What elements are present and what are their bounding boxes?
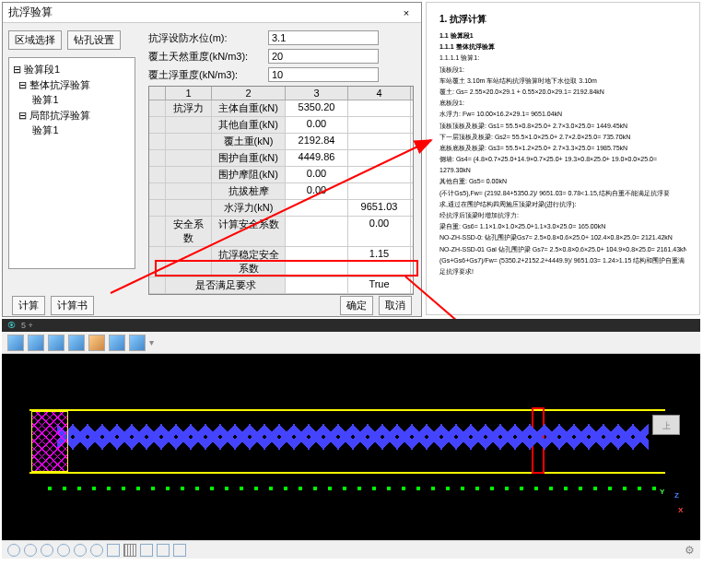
table-cell [166,167,212,182]
view-tool-icon[interactable] [28,335,44,351]
table-cell: 是否满足要求 [166,277,286,293]
axis-triad: X Y Z [662,485,689,512]
tree-node-local[interactable]: ⊟ 局部抗浮验算 [13,108,131,123]
cad-drawing-area[interactable]: 上 X Y Z [2,354,700,538]
grid-marker [63,487,66,490]
status-icon[interactable] [57,544,70,557]
tree-node-overall[interactable]: ⊟ 整体抗浮验算 [13,77,131,93]
view-tool-icon[interactable] [88,335,105,351]
doc-h3: 1.1.1 整体抗浮验算 [439,41,686,52]
table-cell: True [348,277,411,293]
view-tool-icon[interactable] [109,335,125,351]
structure-bay [632,391,649,483]
table-cell [348,183,411,199]
table-cell [149,277,166,293]
status-icon[interactable] [123,544,136,557]
tree-root[interactable]: ⊟ 验算段1 [13,62,131,77]
doc-line: 底板底板及板梁: Gs3= 55.5×1.2×25.0+ 2.7×3.3×25.… [439,143,686,153]
table-cell [149,150,166,166]
cad-tab-text[interactable]: 5 + [21,321,33,330]
table-cell: 抗拔桩摩 [212,183,286,199]
chevron-down-icon[interactable]: ▾ [149,337,154,347]
doc-line: 水浮力: Fw= 10.00×16.2×29.1= 9651.04kN [439,109,686,119]
table-row: 水浮力(kN)9651.03 [149,200,413,217]
drill-settings-button[interactable]: 钻孔设置 [67,30,121,50]
tree-leaf-overall-1[interactable]: 验算1 [13,92,131,108]
grid-marker [122,487,125,490]
table-cell [149,167,166,182]
status-icon[interactable] [41,544,53,557]
grid-marker [490,487,494,490]
natural-weight-input[interactable] [268,49,379,64]
doc-line: 底板段1: [439,98,686,108]
calc-report-panel: 1. 抗浮计算 1.1 验算段1 1.1.1 整体抗浮验算 1.1.1.1 验算… [426,2,700,315]
buoyant-weight-input[interactable] [268,67,379,82]
grid-marker [461,487,464,490]
table-cell [166,247,212,276]
status-icon[interactable] [24,544,37,557]
water-level-input[interactable] [268,30,379,45]
table-cell [166,134,212,149]
close-icon[interactable]: × [397,7,416,18]
table-cell [149,100,166,116]
grid-marker [284,487,287,490]
view-tool-icon[interactable] [7,335,24,351]
table-cell [286,277,348,293]
status-icon[interactable] [157,544,170,557]
check-tree[interactable]: ⊟ 验算段1 ⊟ 整体抗浮验算 验算1 ⊟ 局部抗浮验算 验算1 [8,57,135,269]
grid-marker [254,487,258,490]
table-cell: 9651.03 [348,200,411,216]
table-cell [348,117,411,133]
doc-line: 1279.30kN [439,165,686,175]
table-cell [149,134,166,149]
dialog-titlebar[interactable]: 抗浮验算 × [3,3,421,23]
cad-tabbar[interactable]: ⦿ 5 + [2,319,700,332]
grid-marker [299,487,302,490]
doc-line: 梁自重: Gs6= 1.1×1.0×1.0×25.0+1.1×3.0×25.0=… [439,221,686,231]
table-cell [166,200,212,216]
table-cell: 水浮力(kN) [212,200,286,216]
grid-head-blank [149,87,166,100]
grid-marker [313,487,317,490]
table-row: 安全系数计算安全系数0.00 [149,217,413,247]
table-cell [149,117,166,133]
ok-button[interactable]: 确定 [340,296,373,315]
grid-marker [593,487,597,490]
grid-marker [638,487,641,490]
table-row: 是否满足要求True [149,277,413,294]
grid-marker [136,487,140,490]
view-tool-icon[interactable] [129,335,146,351]
table-cell [149,183,166,199]
tree-leaf-local-1[interactable]: 验算1 [13,123,131,138]
grid-marker [372,487,376,490]
status-icon[interactable] [7,544,20,557]
grid-marker [387,487,391,490]
antifloat-dialog: 抗浮验算 × 区域选择 钻孔设置 ⊟ 验算段1 ⊟ 整体抗浮验算 验算1 ⊟ 局… [2,2,422,317]
status-icon[interactable] [107,544,120,557]
calcbook-button[interactable]: 计算书 [51,296,94,315]
cancel-button[interactable]: 取消 [379,296,412,315]
doc-line: 求,通过在围护结构四周施压顶梁对梁(进行抗浮): [439,199,686,209]
status-icon[interactable] [140,544,153,557]
grid-marker [416,487,420,490]
table-cell: 0.00 [286,183,348,199]
gear-icon[interactable]: ⚙ [685,544,695,557]
buoyant-weight-label: 覆土浮重度(kN/m3): [148,68,268,82]
view-tool-icon[interactable] [68,335,85,351]
dialog-title: 抗浮验算 [8,5,53,20]
view-tool-icon[interactable] [48,335,64,351]
table-cell: 1.15 [348,247,411,276]
status-icon[interactable] [90,544,103,557]
region-select-button[interactable]: 区域选择 [8,30,62,50]
table-cell: 围护自重(kN) [212,150,286,166]
grid-marker [579,487,582,490]
status-icon[interactable] [173,544,186,557]
grid-head-3: 3 [286,87,348,100]
table-row: 覆土重(kN)2192.84 [149,134,413,150]
grid-marker [77,487,81,490]
table-cell: 抗浮稳定安全系数 [212,247,286,276]
status-icon[interactable] [74,544,87,557]
grid-marker [92,487,96,490]
calc-button[interactable]: 计算 [12,296,45,315]
doc-h1: 1. 抗浮计算 [439,12,686,27]
